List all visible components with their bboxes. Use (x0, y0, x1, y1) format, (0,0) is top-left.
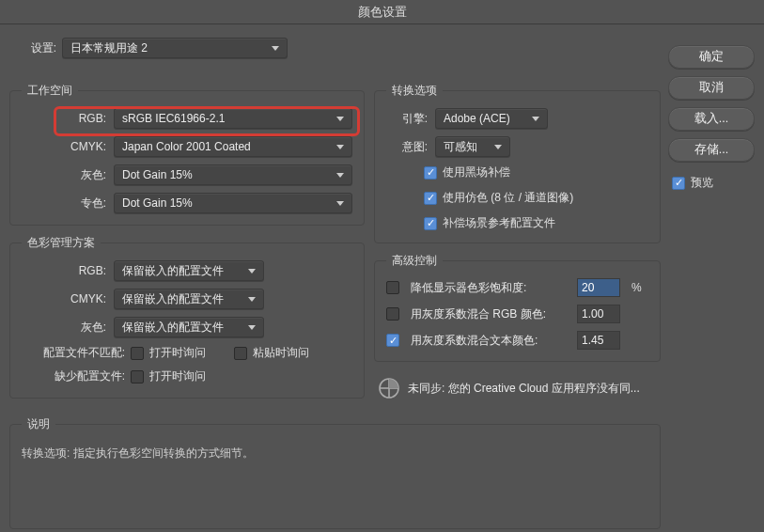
scene-ref-checkbox[interactable]: 补偿场景参考配置文件 (424, 215, 648, 231)
color-management-fieldset: 色彩管理方案 RGB: 保留嵌入的配置文件 CMYK: 保留嵌入的配置文件 灰色… (9, 235, 365, 399)
cm-rgb-label: RGB: (22, 264, 106, 277)
cm-cmyk-label: CMYK: (22, 292, 106, 305)
pct-label: % (631, 281, 648, 294)
cmyk-select[interactable]: Japan Color 2001 Coated (114, 136, 352, 157)
advanced-legend: 高级控制 (386, 253, 443, 269)
engine-select[interactable]: Adobe (ACE) (435, 108, 548, 129)
workspace-fieldset: 工作空间 RGB: sRGB IEC61966-2.1 CMYK: Japan … (9, 83, 365, 226)
load-button[interactable]: 载入... (668, 107, 755, 131)
mismatch-ask-paste[interactable]: 粘贴时询问 (234, 345, 309, 361)
dialog-title: 颜色设置 (0, 0, 764, 24)
scene-ref-label: 补偿场景参考配置文件 (443, 215, 555, 231)
mismatch-ask-open[interactable]: 打开时询问 (131, 345, 206, 361)
missing-label: 缺少配置文件: (22, 368, 125, 384)
desat-input[interactable] (577, 278, 620, 297)
checkbox-icon (234, 347, 247, 360)
cm-rgb-select[interactable]: 保留嵌入的配置文件 (114, 260, 264, 281)
bpc-checkbox[interactable]: 使用黑场补偿 (424, 164, 648, 180)
mismatch-ask-paste-label: 粘贴时询问 (253, 345, 309, 361)
sync-text: 未同步: 您的 Creative Cloud 应用程序没有同... (408, 381, 640, 397)
cancel-button[interactable]: 取消 (668, 76, 755, 100)
bpc-label: 使用黑场补偿 (443, 164, 510, 180)
blend-rgb-input[interactable] (577, 305, 620, 323)
cm-gray-select[interactable]: 保留嵌入的配置文件 (114, 317, 264, 337)
desat-checkbox[interactable] (386, 281, 399, 294)
gray-select[interactable]: Dot Gain 15% (114, 164, 352, 185)
checkbox-icon (424, 217, 437, 230)
cm-gray-label: 灰色: (22, 320, 106, 336)
gray-label: 灰色: (22, 167, 106, 183)
cmyk-label: CMYK: (22, 140, 106, 153)
spot-select[interactable]: Dot Gain 15% (114, 193, 352, 213)
preview-checkbox[interactable]: 预览 (668, 175, 755, 191)
checkbox-icon (672, 177, 685, 190)
rgb-label: RGB: (22, 112, 106, 125)
checkbox-icon (424, 166, 437, 180)
mismatch-label: 配置文件不匹配: (22, 345, 125, 361)
advanced-fieldset: 高级控制 降低显示器色彩饱和度: % 用灰度系数混合 RGB 颜色: (374, 253, 661, 362)
mismatch-ask-open-label: 打开时询问 (149, 345, 206, 361)
description-legend: 说明 (22, 416, 55, 432)
rgb-select[interactable]: sRGB IEC61966-2.1 (114, 108, 352, 129)
description-body: 转换选项: 指定执行色彩空间转换的方式细节。 (22, 442, 648, 462)
spot-label: 专色: (22, 196, 106, 211)
blend-rgb-checkbox[interactable] (386, 307, 399, 321)
sync-icon (378, 377, 400, 399)
engine-label: 引擎: (386, 111, 428, 127)
color-management-legend: 色彩管理方案 (22, 235, 101, 251)
dither-label: 使用仿色 (8 位 / 通道图像) (443, 190, 573, 206)
description-fieldset: 说明 转换选项: 指定执行色彩空间转换的方式细节。 (9, 416, 661, 529)
conversion-legend: 转换选项 (386, 83, 443, 99)
settings-label: 设置: (13, 40, 56, 56)
preview-label: 预览 (691, 175, 713, 191)
ok-button[interactable]: 确定 (668, 45, 755, 69)
checkbox-icon (131, 370, 144, 383)
cm-cmyk-select[interactable]: 保留嵌入的配置文件 (114, 289, 264, 309)
conversion-fieldset: 转换选项 引擎: Adobe (ACE) 意图: 可感知 使用黑场补偿 (374, 83, 661, 243)
blend-text-input[interactable] (577, 331, 620, 350)
settings-select[interactable]: 日本常规用途 2 (62, 38, 288, 58)
desat-label: 降低显示器色彩饱和度: (411, 280, 569, 296)
blend-text-label: 用灰度系数混合文本颜色: (411, 333, 569, 349)
missing-ask-open-label: 打开时询问 (149, 368, 206, 384)
intent-select[interactable]: 可感知 (435, 136, 510, 157)
workspace-legend: 工作空间 (22, 83, 78, 99)
checkbox-icon (131, 347, 144, 360)
checkbox-icon (424, 192, 437, 205)
intent-label: 意图: (386, 139, 428, 155)
save-button[interactable]: 存储... (668, 138, 755, 162)
blend-text-checkbox[interactable] (386, 334, 399, 347)
dither-checkbox[interactable]: 使用仿色 (8 位 / 通道图像) (424, 190, 648, 206)
missing-ask-open[interactable]: 打开时询问 (131, 368, 206, 384)
blend-rgb-label: 用灰度系数混合 RGB 颜色: (411, 306, 569, 322)
